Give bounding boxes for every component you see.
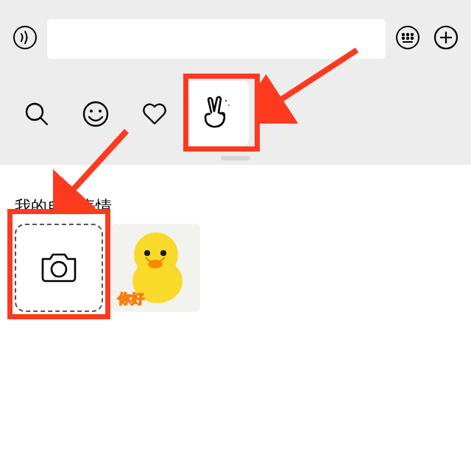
audio-icon [12,24,38,54]
svg-point-3 [407,34,408,35]
svg-point-2 [403,34,404,35]
tab-search[interactable] [7,93,66,138]
more-actions-button[interactable] [430,23,462,55]
selfie-sticker-panel: 我的自拍表情 你好 [0,165,471,476]
peace-hand-icon [198,93,235,133]
svg-point-7 [411,38,413,39]
svg-point-4 [411,34,413,35]
chat-input-bar [0,0,471,72]
svg-point-22 [134,232,178,277]
svg-point-17 [225,100,227,102]
svg-point-24 [160,250,166,256]
voice-input-button[interactable] [9,23,41,55]
svg-point-18 [228,104,230,106]
emoji-category-tabs [0,72,471,165]
emoji-icon [81,99,110,132]
sticker-item[interactable]: 你好 [112,224,200,312]
svg-point-14 [84,102,107,126]
svg-point-16 [99,110,102,113]
plus-icon [433,24,459,54]
svg-point-5 [403,38,404,39]
add-selfie-sticker-button[interactable] [15,224,103,312]
sticker-caption: 你好 [118,290,144,308]
heart-icon [140,99,169,132]
tab-favorites[interactable] [125,93,184,138]
svg-point-0 [14,26,36,49]
search-icon [23,100,51,131]
section-title: 我的自拍表情 [15,196,456,218]
message-input[interactable] [47,19,386,59]
svg-point-6 [407,38,408,39]
svg-point-23 [144,250,150,256]
drag-handle[interactable] [221,156,250,160]
camera-icon [38,246,79,290]
tab-emoji[interactable] [66,93,125,138]
tab-selfie-sticker[interactable] [184,81,249,146]
keyboard-icon [394,24,421,54]
svg-line-13 [40,118,47,124]
svg-point-15 [90,110,93,113]
keyboard-toggle-button[interactable] [392,23,424,55]
sticker-grid: 你好 [15,224,456,312]
svg-point-19 [52,262,66,277]
